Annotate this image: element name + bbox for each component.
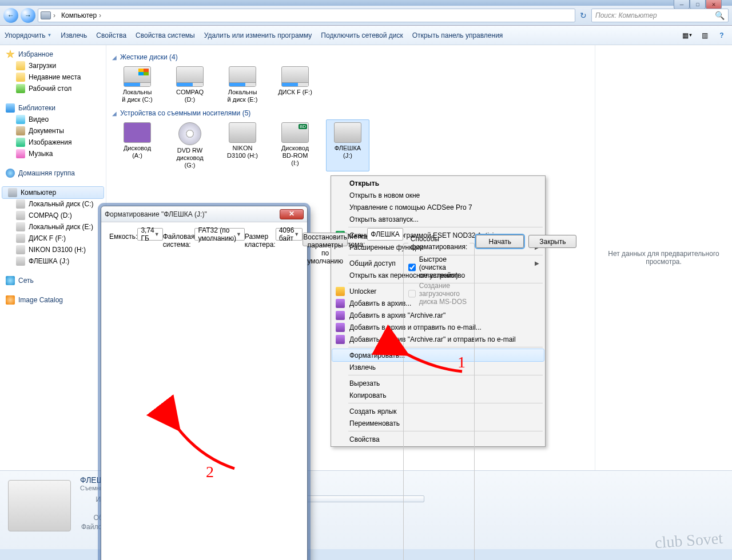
format-options-legend: Способы форматирования: [408,235,470,251]
sidebar-item-images[interactable]: Изображения [0,137,106,148]
drive-item[interactable]: Локальный диск (C:) [116,63,159,106]
system-properties-button[interactable]: Свойства системы [136,31,195,39]
sidebar-item-disk-f[interactable]: ДИСК F (F:) [0,233,106,244]
drive-label: ДисководBD-ROM(I:) [275,145,315,166]
drive-label: Дисковод(A:) [117,145,157,159]
drive-item[interactable]: Локальный диск (E:) [221,63,264,106]
help-button[interactable]: ? [716,30,727,41]
homegroup-header[interactable]: Домашняя группа [0,167,106,179]
unlocker-icon [336,287,345,296]
volume-label-input[interactable]: ФЛЕШКА [367,228,403,241]
document-icon [16,126,25,135]
sidebar-item-recent[interactable]: Недавние места [0,71,106,83]
chevron-down-icon: ▼ [236,231,241,237]
window-maximize-button[interactable]: ☐ [690,0,706,9]
sidebar-item-disk-e[interactable]: Локальный диск (E:) [0,221,106,233]
drive-icon [281,66,309,87]
section-header-removable[interactable]: ◢Устройства со съемными носителями (5) [112,109,589,117]
map-network-drive-button[interactable]: Подключить сетевой диск [321,31,403,39]
catalog-icon [6,295,15,305]
libraries-header[interactable]: Библиотеки [0,102,106,114]
filesystem-select[interactable]: FAT32 (по умолчанию)▼ [194,228,244,241]
network-header[interactable]: Сеть [0,275,106,286]
sidebar-item-music[interactable]: Музыка [0,148,106,159]
preview-pane-button[interactable]: ▥ [699,30,710,41]
drive-label: Локальный диск (C:) [117,89,157,103]
ctx-open-new-window[interactable]: Открыть в новом окне [332,189,544,201]
drive-item[interactable]: ДИСК F (F:) [273,63,317,106]
usb-icon [16,257,25,266]
details-thumbnail [8,480,71,531]
drive-icon [281,122,309,143]
ctx-separator [348,227,543,227]
sidebar-item-disk-h[interactable]: NIKON D3100 (H:) [0,244,106,255]
hdd-icon [16,222,25,231]
start-button[interactable]: Начать [476,235,524,248]
refresh-button[interactable]: ↻ [578,11,589,20]
allocation-label: Размер кластера: [245,233,276,560]
sidebar-item-documents[interactable]: Документы [0,125,106,137]
organize-button[interactable]: Упорядочить▼ [5,31,51,39]
navigation-bar: ← → › Компьютер › ↻ Поиск: Компьютер 🔍 [0,6,732,26]
dialog-close-button[interactable]: ✕ [280,209,304,219]
drive-item[interactable]: NIKOND3100 (H:) [221,119,264,171]
window-close-button[interactable]: ✕ [706,0,722,9]
winrar-icon [336,299,345,308]
sidebar-item-disk-j[interactable]: ФЛЕШКА (J:) [0,255,106,267]
breadcrumb-root[interactable]: Компьютер [61,11,97,19]
drive-label: NIKOND3100 (H:) [222,145,262,159]
quick-format-checkbox[interactable]: Быстрое (очистка оглавления) [408,254,470,281]
drive-item[interactable]: Дисковод(A:) [116,119,159,171]
watermark: club Sovet [654,529,723,552]
ctx-open[interactable]: Открыть [332,177,544,189]
ctx-autorun[interactable]: Открыть автозапуск... [332,213,544,225]
favorites-header[interactable]: Избранное [0,49,106,60]
drive-item[interactable]: ДисководBD-ROM(I:) [273,119,317,171]
window-minimize-button[interactable]: — [674,0,690,9]
uninstall-button[interactable]: Удалить или изменить программу [204,31,312,39]
sidebar-item-disk-c[interactable]: Локальный диск (C:) [0,198,106,210]
drive-item[interactable]: DVD RWдисковод(G:) [168,119,212,171]
nav-back-button[interactable]: ← [3,8,18,23]
breadcrumb-sep-icon: › [53,11,59,19]
volume-label-label: Метка тома: [348,233,367,560]
homegroup-icon [6,169,15,178]
section-header-hdd[interactable]: ◢Жесткие диски (4) [112,53,589,61]
control-panel-button[interactable]: Открыть панель управления [412,31,503,39]
properties-button[interactable]: Свойства [96,31,126,39]
search-input[interactable]: Поиск: Компьютер 🔍 [591,9,729,22]
format-options-group: Способы форматирования: Быстрое (очистка… [403,235,475,560]
drive-item[interactable]: ФЛЕШКА(J:) [326,119,369,171]
image-icon [16,138,25,147]
restore-defaults-button[interactable]: Восстановить параметры по умолчанию [303,233,348,246]
drive-icon [176,66,204,87]
extract-button[interactable]: Извлечь [61,31,87,39]
navigation-pane: Избранное Загрузки Недавние места Рабочи… [0,45,106,470]
drive-icon [334,122,361,143]
close-button[interactable]: Закрыть [528,235,576,248]
hdd-icon [16,211,25,220]
sidebar-item-desktop[interactable]: Рабочий стол [0,83,106,94]
capacity-select[interactable]: 3,74 ГБ▼ [137,228,162,241]
drive-icon [124,66,151,87]
format-dialog: Форматирование "ФЛЕШКА (J:)" ✕ Емкость: … [101,206,308,560]
chevron-down-icon: ▼ [154,231,160,237]
folder-icon [16,73,25,82]
sidebar-item-computer[interactable]: Компьютер [2,187,104,198]
window-titlebar: — ☐ ✕ [0,0,732,6]
search-placeholder: Поиск: Компьютер [595,11,657,19]
nav-forward-button[interactable]: → [21,8,35,23]
sidebar-item-downloads[interactable]: Загрузки [0,60,106,71]
drive-item[interactable]: COMPAQ(D:) [168,63,212,106]
sidebar-item-video[interactable]: Видео [0,114,106,125]
sidebar-item-disk-d[interactable]: COMPAQ (D:) [0,210,106,221]
drive-icon [124,122,151,143]
ctx-acdsee[interactable]: Управление с помощью ACDSee Pro 7 [332,201,544,213]
view-options-button[interactable]: ▦▼ [682,30,693,41]
allocation-select[interactable]: 4096 байт▼ [276,228,303,241]
dialog-titlebar[interactable]: Форматирование "ФЛЕШКА (J:)" ✕ [101,206,307,222]
image-catalog-item[interactable]: Image Catalog [0,294,106,306]
address-bar[interactable]: › Компьютер › [38,9,575,22]
winrar-icon [336,335,345,344]
hdd-icon [16,199,25,209]
